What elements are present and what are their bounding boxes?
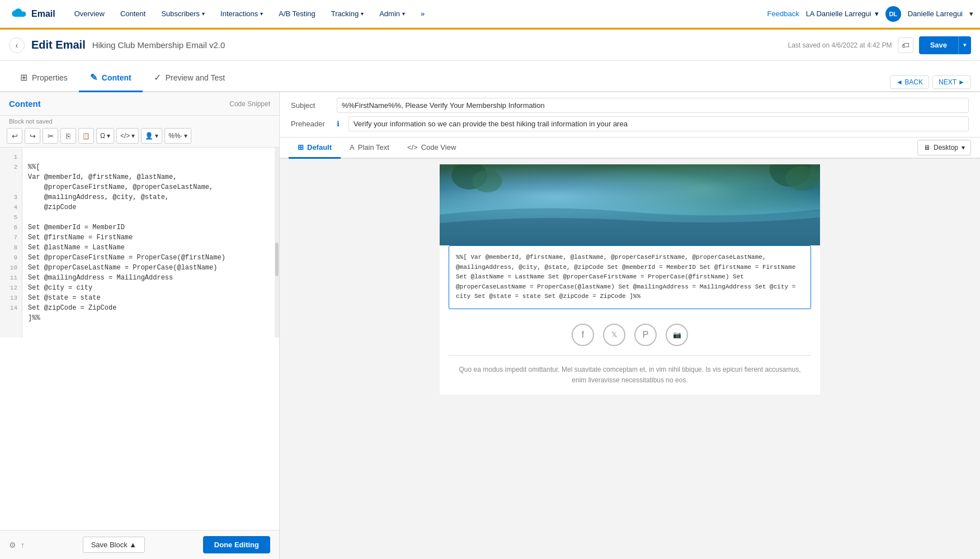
back-page-button[interactable]: ◄ BACK — [890, 75, 929, 89]
desktop-dropdown[interactable]: 🖥 Desktop ▾ — [917, 140, 971, 155]
scroll-indicator — [275, 148, 279, 338]
line-num-2: 2 — [0, 162, 22, 172]
cut-button[interactable]: ✂ — [43, 128, 58, 144]
personalization-caret: ▾ — [155, 132, 158, 140]
code-line-4 — [28, 214, 32, 221]
facebook-icon[interactable]: f — [572, 324, 594, 346]
brand-label: Email — [31, 9, 55, 19]
more-icon: » — [421, 10, 425, 18]
tab-properties[interactable]: ⊞ Properties — [9, 64, 79, 92]
editor-bottom-bar: ⚙ ↑ Save Block ▲ Done Editing — [0, 530, 279, 559]
next-page-button[interactable]: NEXT ► — [932, 75, 971, 89]
preview-tabs-bar: ⊞ Default A Plain Text </> Code View 🖥 D… — [280, 138, 980, 159]
tracking-caret-icon: ▾ — [361, 11, 364, 17]
edit-email-title: Edit Email — [31, 39, 86, 51]
personalization-dropdown[interactable]: 👤 ▾ — [141, 128, 162, 144]
code-lines: 1 2 3 4 5 6 7 8 9 10 11 12 13 14 — [0, 148, 279, 338]
undo-button[interactable]: ↩ — [7, 128, 22, 144]
code-line-10: Set @mailingAddress = MailingAddress — [28, 274, 173, 282]
line-num-5: 5 — [0, 212, 22, 222]
line-num-6: 6 — [0, 222, 22, 233]
code-line-5: Set @memberId = MemberID — [28, 224, 125, 231]
last-saved-label: Last saved on 4/6/2022 at 4:42 PM — [788, 41, 892, 49]
main-content: Content Code Snippet Block not saved ↩ ↪… — [0, 92, 980, 559]
desktop-icon: 🖥 — [924, 144, 930, 151]
nav-item-overview[interactable]: Overview — [67, 0, 112, 28]
content-tab-icon: ✎ — [90, 72, 97, 83]
editor-toolbar: ↩ ↪ ✂ ⎘ 📋 Ω ▾ </> ▾ 👤 ▾ %%· ▾ — [0, 125, 279, 148]
line-num-14: 14 — [0, 303, 22, 313]
email-preview-area[interactable]: %%[ Var @memberId, @firstName, @lastName… — [280, 159, 980, 559]
line-num-blank2 — [0, 182, 22, 192]
feedback-link[interactable]: Feedback — [767, 10, 799, 18]
line-num-9: 9 — [0, 253, 22, 263]
tag-icon[interactable]: 🏷 — [898, 37, 913, 53]
code-line-2: Var @memberId, @firstName, @lastName, — [28, 173, 177, 181]
pinterest-icon[interactable]: P — [634, 324, 657, 346]
save-block-button[interactable]: Save Block ▲ — [83, 537, 145, 553]
special-chars-dropdown[interactable]: Ω ▾ — [96, 128, 114, 144]
main-tabs: ⊞ Properties ✎ Content ✓ Preview and Tes… — [0, 61, 980, 92]
block-not-saved-label: Block not saved — [0, 116, 279, 125]
save-dropdown-button[interactable]: ▾ — [958, 36, 971, 54]
email-code-block-preview: %%[ Var @memberId, @firstName, @lastName… — [449, 245, 811, 309]
left-panel-header: Content Code Snippet — [0, 92, 279, 116]
preview-tab-code-view[interactable]: </> Code View — [398, 138, 465, 159]
email-preview-container: %%[ Var @memberId, @firstName, @lastName… — [440, 164, 820, 395]
user-area[interactable]: LA Danielle Larregui ▾ — [806, 10, 879, 18]
edit-header-right: Last saved on 4/6/2022 at 4:42 PM 🏷 Save… — [788, 36, 971, 54]
paste-button[interactable]: 📋 — [78, 128, 94, 144]
line-num-3: 3 — [0, 192, 22, 202]
scroll-thumb — [275, 243, 279, 276]
nav-item-ab-testing[interactable]: A/B Testing — [271, 0, 323, 28]
user-name-label[interactable]: Danielle Larregui — [908, 10, 963, 18]
plain-text-tab-icon: A — [350, 143, 355, 151]
nav-item-interactions[interactable]: Interactions ▾ — [213, 0, 271, 28]
code-line-13: Set @zipCode = ZipCode — [28, 304, 116, 312]
save-button[interactable]: Save — [919, 36, 958, 54]
nav-item-content[interactable]: Content — [112, 0, 154, 28]
ampscript-dropdown[interactable]: %%· ▾ — [164, 128, 191, 144]
code-line-8: Set @properCaseFirstName = ProperCase(@f… — [28, 254, 225, 262]
line-num-1: 1 — [0, 152, 22, 162]
code-content[interactable]: %%[ Var @memberId, @firstName, @lastName… — [22, 148, 275, 338]
left-panel: Content Code Snippet Block not saved ↩ ↪… — [0, 92, 280, 559]
tab-content[interactable]: ✎ Content — [79, 64, 143, 92]
line-num-7: 7 — [0, 233, 22, 243]
line-num-12: 12 — [0, 283, 22, 293]
html-tags-dropdown[interactable]: </> ▾ — [116, 128, 139, 144]
code-editor[interactable]: 1 2 3 4 5 6 7 8 9 10 11 12 13 14 — [0, 148, 279, 530]
code-line-1: %%[ — [28, 163, 40, 171]
nav-tracking-label: Tracking — [331, 10, 359, 18]
preview-tab-plain-text[interactable]: A Plain Text — [341, 138, 398, 159]
left-panel-title: Content — [9, 99, 41, 108]
main-tab-list: ⊞ Properties ✎ Content ✓ Preview and Tes… — [9, 64, 236, 91]
subscribers-caret-icon: ▾ — [202, 11, 205, 17]
pinterest-icon-label: P — [643, 330, 649, 340]
nav-item-admin[interactable]: Admin ▾ — [371, 0, 413, 28]
default-tab-label: Default — [307, 143, 332, 151]
preview-tab-default[interactable]: ⊞ Default — [289, 138, 341, 159]
email-hero-image — [440, 164, 820, 245]
twitter-icon[interactable]: 𝕏 — [603, 324, 625, 346]
back-button[interactable]: ‹ — [9, 37, 25, 53]
nav-item-tracking[interactable]: Tracking ▾ — [323, 0, 371, 28]
ampscript-caret: ▾ — [184, 132, 187, 140]
code-line-6: Set @firstName = FirstName — [28, 234, 133, 241]
svg-point-1 — [472, 170, 502, 192]
subject-input[interactable] — [337, 98, 969, 113]
nav-item-more[interactable]: » — [413, 0, 432, 28]
redo-button[interactable]: ↪ — [25, 128, 40, 144]
preheader-input[interactable] — [348, 116, 969, 131]
main-tabs-right: ◄ BACK NEXT ► — [890, 75, 971, 91]
nav-item-subscribers[interactable]: Subscribers ▾ — [153, 0, 213, 28]
code-line-9: Set @properCaseLastName = ProperCase(@la… — [28, 264, 217, 272]
admin-caret-icon: ▾ — [402, 11, 405, 17]
edit-header: ‹ Edit Email Hiking Club Membership Emai… — [0, 30, 980, 61]
tab-preview-and-test[interactable]: ✓ Preview and Test — [143, 64, 236, 92]
done-editing-button[interactable]: Done Editing — [203, 536, 270, 553]
gear-icon: ⚙ — [9, 541, 16, 549]
instagram-icon[interactable]: 📷 — [666, 324, 688, 346]
copy-button[interactable]: ⎘ — [60, 128, 76, 144]
user-avatar[interactable]: Danielle Larregui DL — [885, 6, 901, 22]
